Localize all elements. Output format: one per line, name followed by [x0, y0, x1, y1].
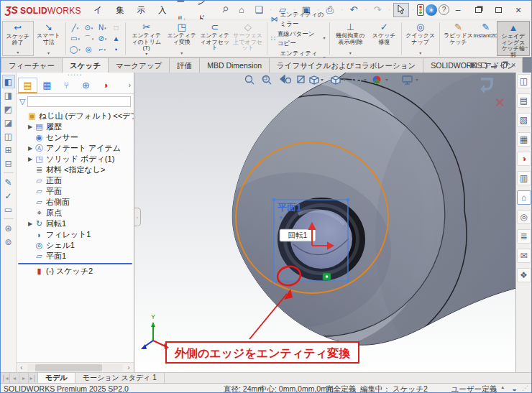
- settings-b-icon[interactable]: ⊚: [2, 235, 15, 249]
- rectangle-tool[interactable]: ▭▾: [68, 33, 82, 44]
- polygon-tool[interactable]: ▲: [109, 33, 123, 44]
- tree-item-fillet1[interactable]: ◗ フィレット1: [17, 229, 134, 240]
- plane-handle[interactable]: [272, 198, 275, 201]
- spline-tool[interactable]: N▾: [96, 22, 109, 33]
- display-style-icon[interactable]: [331, 76, 340, 84]
- featuremanager-tab-icon[interactable]: ▤: [18, 78, 37, 93]
- panel-collapse-handle[interactable]: ◦: [134, 208, 141, 226]
- front-view-icon[interactable]: ◨: [2, 88, 15, 102]
- isometric-view-icon[interactable]: ◧: [2, 75, 15, 88]
- home-pane-icon[interactable]: ⌂: [517, 190, 531, 205]
- back-view-icon[interactable]: ◩: [2, 102, 15, 116]
- scroll-right-icon[interactable]: ›: [124, 364, 134, 371]
- circle-tool[interactable]: ⊙▾: [82, 22, 96, 33]
- tree-item-sensors[interactable]: ◉ センサー: [17, 132, 134, 143]
- tree-horizontal-scrollbar[interactable]: ‹ ›: [17, 362, 134, 372]
- prev-sheet-icon[interactable]: ◂: [10, 373, 19, 383]
- right-view-icon[interactable]: ◫: [2, 129, 15, 143]
- fillet-tool[interactable]: ⌐▾: [96, 44, 109, 55]
- next-document-icon[interactable]: [481, 63, 487, 68]
- more-tabs-icon[interactable]: ›: [129, 81, 134, 89]
- tab-lifecycle-collaboration[interactable]: ライフサイクルおよびコラボレーション: [270, 57, 423, 73]
- doc-close-icon[interactable]: ×: [511, 61, 515, 68]
- minimize-button[interactable]: –: [449, 4, 467, 17]
- sketch-tool-icon[interactable]: ✎: [2, 175, 15, 189]
- collapse-toolbar-icon[interactable]: ˆ: [526, 47, 528, 55]
- select-tool-button[interactable]: [393, 3, 409, 17]
- zoom-fit-icon[interactable]: [246, 76, 254, 85]
- units-selector[interactable]: ユーザー定義: [451, 384, 497, 393]
- line-tool[interactable]: ╱▾: [68, 22, 82, 33]
- motion-study-tab[interactable]: モーション スタディ 1: [75, 373, 165, 383]
- text-tool[interactable]: ▪: [109, 44, 123, 55]
- new-document-button[interactable]: ❏: [251, 3, 267, 17]
- scroll-left-icon[interactable]: ‹: [17, 364, 27, 371]
- tab-evaluate[interactable]: 評価: [170, 57, 200, 73]
- surface-offset-button[interactable]: ◇ サーフェス上でオフセット: [231, 21, 265, 56]
- section-view-icon[interactable]: [298, 76, 304, 83]
- redo-button[interactable]: ↷: [370, 3, 385, 17]
- doc-minimize-icon[interactable]: [491, 66, 497, 68]
- arc-tool[interactable]: ⌒▾: [82, 33, 96, 44]
- configurationmanager-tab-icon[interactable]: ⑂: [57, 78, 76, 93]
- zoom-area-icon[interactable]: [263, 76, 272, 85]
- next-sheet-icon[interactable]: ▸: [19, 373, 29, 383]
- tree-item-annotations[interactable]: ▶Ⓐ アノテート アイテム: [17, 143, 134, 154]
- ellipse-tool[interactable]: ⊘▾: [96, 33, 109, 44]
- restore-button[interactable]: [469, 4, 487, 17]
- tab-mbd-dimension[interactable]: MBD Dimension: [200, 57, 270, 73]
- tab-markup[interactable]: マークアップ: [109, 57, 170, 73]
- expand-arrow-icon[interactable]: ▶: [27, 124, 34, 130]
- view-palette-icon[interactable]: ▦: [517, 132, 531, 147]
- expand-arrow-icon[interactable]: ▶: [27, 156, 34, 162]
- plane-handle[interactable]: [272, 279, 275, 282]
- cancel-sketch-icon[interactable]: ×: [495, 93, 505, 111]
- help-button[interactable]: ?: [439, 4, 449, 15]
- surface-tool[interactable]: □: [109, 22, 123, 33]
- pin-menu-icon[interactable]: ⚲: [216, 1, 234, 18]
- tree-item-right-plane[interactable]: ▱ 右側面: [17, 197, 134, 208]
- plane-handle[interactable]: [347, 279, 349, 282]
- left-view-icon[interactable]: ◪: [2, 116, 15, 129]
- expand-arrow-icon[interactable]: ▶: [27, 145, 34, 152]
- convert-entities-button[interactable]: ◳ エンティティ変換 ▾: [165, 21, 198, 56]
- viewport-canvas[interactable]: 平面1 + 回転1 外側のエッジをエンティティ変換 Y ×: [134, 57, 532, 372]
- propertymanager-tab-icon[interactable]: ▦: [37, 78, 57, 93]
- view-settings-icon[interactable]: [403, 76, 412, 84]
- view-orientation-icon[interactable]: [310, 76, 318, 84]
- linear-pattern-button[interactable]: ∷ 直線パターン コピー▾: [269, 29, 326, 48]
- custom-properties-icon[interactable]: ▥: [517, 171, 531, 185]
- point-tool[interactable]: ◎: [82, 44, 96, 55]
- display-delete-relations-button[interactable]: ⊥ 幾何拘束の表示/削除 ▾: [331, 21, 369, 56]
- tree-item-top-plane[interactable]: ▱ 平面: [17, 186, 134, 197]
- mirror-entities-button[interactable]: ⋈ エンティティのミラー: [269, 10, 326, 29]
- tree-item-front-plane[interactable]: ▱ 正面: [17, 175, 134, 186]
- 3dexperience-avatar[interactable]: ∗: [426, 4, 437, 16]
- status-light-icon[interactable]: [417, 4, 424, 16]
- tree-item-sketch2[interactable]: ▮ (-) スケッチ2: [17, 266, 134, 277]
- undo-button[interactable]: ↶: [346, 3, 362, 17]
- model-tab[interactable]: モデル: [38, 373, 75, 383]
- tree-root-part[interactable]: ▣ ねじ山 (デフォルト) <<デフォルト>_表示状態: [17, 111, 134, 121]
- close-button[interactable]: ×: [510, 4, 527, 17]
- smart-dimension-button[interactable]: ↘ スマート寸法 ▾: [34, 21, 64, 56]
- file-explorer-icon[interactable]: ▧: [517, 113, 531, 127]
- exit-sketch-button[interactable]: ↩ スケッチ終了 ▾: [2, 21, 34, 56]
- tree-item-plane1[interactable]: ▱ 平面1: [17, 251, 134, 262]
- display-state-icon[interactable]: ◒: [512, 384, 517, 393]
- tree-item-revolve1[interactable]: ▶↻ 回転1: [17, 218, 134, 229]
- repair-sketch-button[interactable]: ✓ スケッチ修復: [369, 21, 399, 56]
- tree-item-shell1[interactable]: ◎ シェル1: [17, 240, 134, 251]
- units-caret-icon[interactable]: ▴: [501, 384, 504, 390]
- settings-a-icon[interactable]: ⊛: [2, 221, 15, 235]
- quick-snaps-button[interactable]: ◎ クイックスナップ ▾: [404, 21, 437, 56]
- tree-item-material[interactable]: ≣ 材料 <指定なし>: [17, 165, 134, 175]
- hide-show-items-icon[interactable]: [352, 77, 361, 83]
- solidworks-resources-icon[interactable]: ◫: [517, 74, 531, 88]
- slot-tool[interactable]: ◯▾: [68, 44, 82, 55]
- design-library-icon[interactable]: ▤: [517, 93, 531, 108]
- appearances-scenes-icon[interactable]: ◑: [517, 152, 531, 166]
- scrollbar-thumb[interactable]: [35, 364, 102, 371]
- maximize-button[interactable]: [490, 4, 507, 17]
- home-button[interactable]: ⌂: [234, 3, 249, 17]
